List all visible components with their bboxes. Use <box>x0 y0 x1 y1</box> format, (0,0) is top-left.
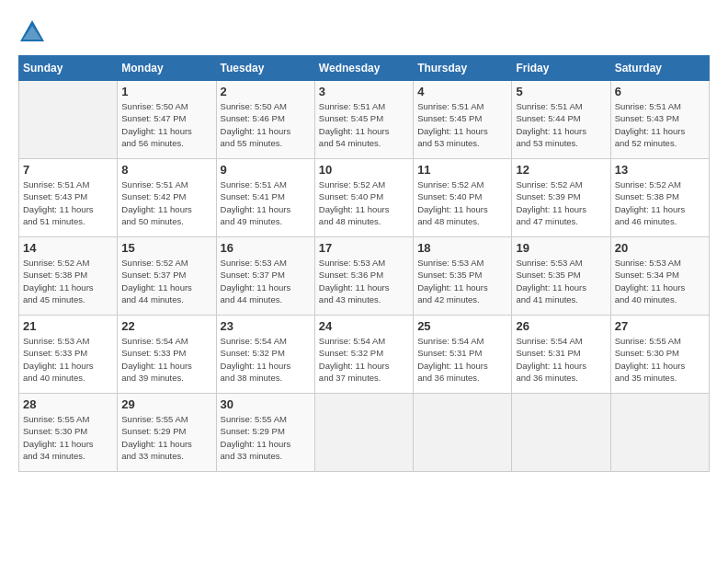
day-info: Sunrise: 5:52 AMSunset: 5:38 PMDaylight:… <box>23 257 113 305</box>
day-number: 28 <box>23 397 113 411</box>
day-info: Sunrise: 5:52 AMSunset: 5:40 PMDaylight:… <box>417 178 507 227</box>
day-info: Sunrise: 5:51 AMSunset: 5:45 PMDaylight:… <box>319 100 409 149</box>
day-info: Sunrise: 5:53 AMSunset: 5:35 PMDaylight:… <box>417 257 507 305</box>
calendar-cell: 15Sunrise: 5:52 AMSunset: 5:37 PMDayligh… <box>118 237 216 316</box>
day-number: 29 <box>121 397 211 411</box>
calendar-cell: 19Sunrise: 5:53 AMSunset: 5:35 PMDayligh… <box>512 237 610 316</box>
day-of-week-header: Sunday <box>19 56 118 81</box>
day-info: Sunrise: 5:51 AMSunset: 5:43 PMDaylight:… <box>23 178 113 227</box>
calendar-cell: 30Sunrise: 5:55 AMSunset: 5:29 PMDayligh… <box>216 394 314 472</box>
day-number: 14 <box>23 241 113 255</box>
day-info: Sunrise: 5:51 AMSunset: 5:42 PMDaylight:… <box>121 178 211 227</box>
day-info: Sunrise: 5:53 AMSunset: 5:36 PMDaylight:… <box>319 257 409 305</box>
day-info: Sunrise: 5:52 AMSunset: 5:39 PMDaylight:… <box>516 178 606 227</box>
day-info: Sunrise: 5:51 AMSunset: 5:43 PMDaylight:… <box>615 100 705 149</box>
day-number: 8 <box>121 163 211 177</box>
day-number: 20 <box>615 241 705 255</box>
calendar-cell: 3Sunrise: 5:51 AMSunset: 5:45 PMDaylight… <box>314 81 413 159</box>
calendar-cell: 20Sunrise: 5:53 AMSunset: 5:34 PMDayligh… <box>610 237 709 316</box>
day-of-week-header: Wednesday <box>314 56 413 81</box>
calendar-cell: 27Sunrise: 5:55 AMSunset: 5:30 PMDayligh… <box>610 316 709 394</box>
calendar-cell: 22Sunrise: 5:54 AMSunset: 5:33 PMDayligh… <box>118 316 216 394</box>
day-info: Sunrise: 5:52 AMSunset: 5:40 PMDaylight:… <box>319 178 409 227</box>
day-info: Sunrise: 5:54 AMSunset: 5:32 PMDaylight:… <box>221 335 311 384</box>
calendar-cell: 28Sunrise: 5:55 AMSunset: 5:30 PMDayligh… <box>19 394 118 472</box>
day-number: 12 <box>516 163 606 177</box>
day-of-week-header: Thursday <box>414 56 512 81</box>
day-number: 4 <box>417 85 507 98</box>
calendar-table: SundayMondayTuesdayWednesdayThursdayFrid… <box>18 55 710 472</box>
day-number: 23 <box>221 319 311 333</box>
calendar-week-row: 28Sunrise: 5:55 AMSunset: 5:30 PMDayligh… <box>19 394 710 472</box>
day-info: Sunrise: 5:52 AMSunset: 5:37 PMDaylight:… <box>121 257 211 305</box>
day-info: Sunrise: 5:54 AMSunset: 5:32 PMDaylight:… <box>319 335 409 384</box>
calendar-week-row: 1Sunrise: 5:50 AMSunset: 5:47 PMDaylight… <box>19 81 710 159</box>
calendar-cell: 4Sunrise: 5:51 AMSunset: 5:45 PMDaylight… <box>414 81 512 159</box>
day-info: Sunrise: 5:55 AMSunset: 5:29 PMDaylight:… <box>221 413 311 462</box>
calendar-cell <box>19 81 118 159</box>
day-number: 11 <box>417 163 507 177</box>
day-number: 5 <box>516 85 606 98</box>
day-of-week-header: Monday <box>118 56 216 81</box>
day-of-week-header: Tuesday <box>216 56 314 81</box>
day-info: Sunrise: 5:55 AMSunset: 5:30 PMDaylight:… <box>615 335 705 384</box>
day-number: 17 <box>319 241 409 255</box>
day-info: Sunrise: 5:51 AMSunset: 5:44 PMDaylight:… <box>516 100 606 149</box>
calendar-cell <box>610 394 709 472</box>
calendar-cell: 10Sunrise: 5:52 AMSunset: 5:40 PMDayligh… <box>314 159 413 237</box>
day-number: 26 <box>516 319 606 333</box>
day-number: 19 <box>516 241 606 255</box>
day-number: 18 <box>417 241 507 255</box>
day-number: 21 <box>23 319 113 333</box>
day-info: Sunrise: 5:52 AMSunset: 5:38 PMDaylight:… <box>615 178 705 227</box>
calendar-cell: 1Sunrise: 5:50 AMSunset: 5:47 PMDaylight… <box>118 81 216 159</box>
day-number: 1 <box>121 85 211 98</box>
day-number: 15 <box>121 241 211 255</box>
calendar-cell: 7Sunrise: 5:51 AMSunset: 5:43 PMDaylight… <box>19 159 118 237</box>
calendar-cell: 5Sunrise: 5:51 AMSunset: 5:44 PMDaylight… <box>512 81 610 159</box>
day-info: Sunrise: 5:50 AMSunset: 5:46 PMDaylight:… <box>221 100 311 149</box>
day-number: 2 <box>221 85 311 98</box>
day-info: Sunrise: 5:53 AMSunset: 5:34 PMDaylight:… <box>615 257 705 305</box>
calendar-cell: 23Sunrise: 5:54 AMSunset: 5:32 PMDayligh… <box>216 316 314 394</box>
day-number: 25 <box>417 319 507 333</box>
calendar-cell: 2Sunrise: 5:50 AMSunset: 5:46 PMDaylight… <box>216 81 314 159</box>
day-info: Sunrise: 5:51 AMSunset: 5:41 PMDaylight:… <box>221 178 311 227</box>
day-of-week-header: Friday <box>512 56 610 81</box>
calendar-cell: 17Sunrise: 5:53 AMSunset: 5:36 PMDayligh… <box>314 237 413 316</box>
calendar-cell <box>512 394 610 472</box>
calendar-cell: 9Sunrise: 5:51 AMSunset: 5:41 PMDaylight… <box>216 159 314 237</box>
day-number: 10 <box>319 163 409 177</box>
day-info: Sunrise: 5:53 AMSunset: 5:33 PMDaylight:… <box>23 335 113 384</box>
logo-icon <box>18 18 46 46</box>
day-info: Sunrise: 5:55 AMSunset: 5:29 PMDaylight:… <box>121 413 211 462</box>
day-number: 16 <box>221 241 311 255</box>
day-of-week-header: Saturday <box>610 56 709 81</box>
calendar-cell: 6Sunrise: 5:51 AMSunset: 5:43 PMDaylight… <box>610 81 709 159</box>
day-number: 9 <box>221 163 311 177</box>
calendar-cell: 29Sunrise: 5:55 AMSunset: 5:29 PMDayligh… <box>118 394 216 472</box>
day-number: 24 <box>319 319 409 333</box>
calendar-header-row: SundayMondayTuesdayWednesdayThursdayFrid… <box>19 56 710 81</box>
calendar-cell: 25Sunrise: 5:54 AMSunset: 5:31 PMDayligh… <box>414 316 512 394</box>
calendar-cell: 16Sunrise: 5:53 AMSunset: 5:37 PMDayligh… <box>216 237 314 316</box>
day-number: 30 <box>221 397 311 411</box>
calendar-cell: 18Sunrise: 5:53 AMSunset: 5:35 PMDayligh… <box>414 237 512 316</box>
day-number: 13 <box>615 163 705 177</box>
calendar-week-row: 21Sunrise: 5:53 AMSunset: 5:33 PMDayligh… <box>19 316 710 394</box>
day-number: 3 <box>319 85 409 98</box>
calendar-cell: 13Sunrise: 5:52 AMSunset: 5:38 PMDayligh… <box>610 159 709 237</box>
calendar-week-row: 14Sunrise: 5:52 AMSunset: 5:38 PMDayligh… <box>19 237 710 316</box>
day-number: 6 <box>615 85 705 98</box>
day-number: 7 <box>23 163 113 177</box>
calendar-cell <box>314 394 413 472</box>
calendar-cell: 21Sunrise: 5:53 AMSunset: 5:33 PMDayligh… <box>19 316 118 394</box>
calendar-cell <box>414 394 512 472</box>
day-info: Sunrise: 5:54 AMSunset: 5:33 PMDaylight:… <box>121 335 211 384</box>
calendar-cell: 26Sunrise: 5:54 AMSunset: 5:31 PMDayligh… <box>512 316 610 394</box>
page-header <box>18 18 710 46</box>
day-info: Sunrise: 5:53 AMSunset: 5:35 PMDaylight:… <box>516 257 606 305</box>
day-info: Sunrise: 5:55 AMSunset: 5:30 PMDaylight:… <box>23 413 113 462</box>
calendar-cell: 14Sunrise: 5:52 AMSunset: 5:38 PMDayligh… <box>19 237 118 316</box>
day-number: 27 <box>615 319 705 333</box>
